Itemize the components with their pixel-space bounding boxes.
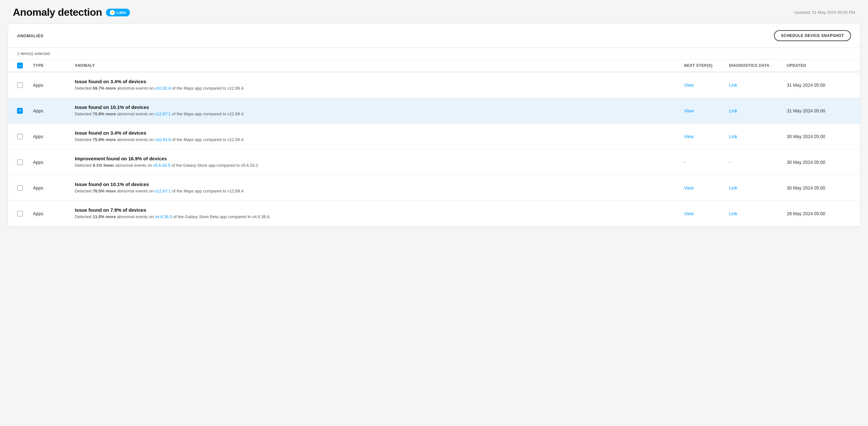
version-link[interactable]: v4.6.36.5	[155, 214, 172, 219]
version-link[interactable]: v12.87.1	[155, 189, 171, 193]
anomaly-cell: Issue found on 10.1% of devicesDetected …	[75, 181, 684, 194]
diagnostics-cell[interactable]: Link	[729, 83, 787, 88]
anomaly-cell: Issue found on 10.1% of devicesDetected …	[75, 105, 684, 117]
anomaly-cell: Issue found on 3.4% of devicesDetected 7…	[75, 130, 684, 143]
type-cell: Apps	[33, 211, 75, 216]
row-checkbox[interactable]	[17, 211, 33, 217]
diagnostics-link[interactable]: Link	[729, 134, 737, 139]
updated-cell: 28 May 2024 05:00	[787, 211, 851, 216]
next-steps-link[interactable]: View	[684, 108, 694, 113]
table-row: AppsIssue found on 10.1% of devicesDetec…	[8, 98, 860, 124]
updated-cell: 30 May 2024 05:00	[787, 160, 851, 165]
diagnostics-cell: -	[729, 160, 787, 165]
title-area: Anomaly detection ⚡ Labs	[13, 6, 130, 18]
version-link[interactable]: v10.91.6	[155, 137, 171, 142]
next-steps-cell[interactable]: View	[684, 83, 729, 88]
diagnostics-link[interactable]: Link	[729, 108, 737, 113]
updated-cell: 30 May 2024 05:00	[787, 134, 851, 139]
type-cell: Apps	[33, 186, 75, 191]
table-header: TYPE ↓↑ ANOMALY NEXT STEP(S) DIAGNOSTICS…	[8, 59, 860, 72]
table-row: AppsIssue found on 3.4% of devicesDetect…	[8, 124, 860, 149]
anomaly-title: Issue found on 3.4% of devices	[75, 79, 684, 84]
anomaly-emphasis: 70.9% more	[93, 112, 116, 116]
next-steps-link[interactable]: View	[684, 134, 694, 139]
type-cell: Apps	[33, 108, 75, 113]
row-checkbox[interactable]	[17, 185, 33, 191]
type-sort-icon: ↓↑	[45, 63, 46, 68]
diagnostics-cell[interactable]: Link	[729, 108, 787, 113]
diagnostics-cell[interactable]: Link	[729, 211, 787, 216]
version-link[interactable]: v5.6.42.5	[153, 163, 170, 168]
col-header-next-steps: NEXT STEP(S)	[684, 63, 729, 68]
anomaly-description: Detected 9.1% fewer abnormal events on v…	[75, 163, 684, 168]
next-steps-cell: -	[684, 160, 729, 165]
schedule-snapshot-button[interactable]: SCHEDULE DEVICE SNAPSHOT	[774, 30, 851, 41]
updated-cell: 31 May 2024 05:00	[787, 83, 851, 88]
anomaly-title: Issue found on 10.1% of devices	[75, 105, 684, 110]
anomaly-emphasis: 9.1% fewer	[93, 163, 114, 168]
selection-info: 1 item(s) selected	[8, 48, 860, 59]
anomaly-cell: Improvement found on 16.9% of devicesDet…	[75, 156, 684, 168]
card-header: ANOMALIES SCHEDULE DEVICE SNAPSHOT	[8, 24, 860, 48]
next-steps-link[interactable]: View	[684, 83, 694, 88]
anomaly-emphasis: 11.0% more	[93, 214, 116, 219]
diagnostics-link[interactable]: Link	[729, 83, 737, 88]
table-row: AppsIssue found on 10.1% of devicesDetec…	[8, 175, 860, 201]
anomaly-title: Improvement found on 16.9% of devices	[75, 156, 684, 161]
anomaly-description: Detected 11.0% more abnormal events on v…	[75, 214, 684, 220]
select-all-checkbox[interactable]	[17, 63, 23, 68]
next-steps-cell[interactable]: View	[684, 108, 729, 113]
anomaly-description: Detected 75.9% more abnormal events on v…	[75, 137, 684, 143]
row-checkbox[interactable]	[17, 134, 33, 139]
main-card: ANOMALIES SCHEDULE DEVICE SNAPSHOT 1 ite…	[8, 24, 860, 227]
row-checkbox[interactable]	[17, 159, 33, 165]
updated-cell: 31 May 2024 05:00	[787, 108, 851, 113]
type-cell: Apps	[33, 134, 75, 139]
anomaly-emphasis: 75.9% more	[93, 137, 116, 142]
table-row: AppsIssue found on 7.9% of devicesDetect…	[8, 201, 860, 227]
row-checkbox[interactable]	[17, 108, 33, 114]
diagnostics-link[interactable]: Link	[729, 211, 737, 216]
table-body: AppsIssue found on 3.4% of devicesDetect…	[8, 72, 860, 227]
anomaly-description: Detected 76.5% more abnormal events on v…	[75, 188, 684, 194]
checkbox-row-6[interactable]	[17, 211, 23, 217]
next-steps-link[interactable]: View	[684, 186, 694, 191]
anomaly-title: Issue found on 7.9% of devices	[75, 207, 684, 213]
col-header-type[interactable]: TYPE ↓↑	[33, 63, 75, 68]
next-steps-link[interactable]: View	[684, 211, 694, 216]
next-steps-cell[interactable]: View	[684, 186, 729, 191]
checkbox-row-1[interactable]	[17, 82, 23, 88]
updated-cell: 30 May 2024 05:00	[787, 186, 851, 191]
diagnostics-cell[interactable]: Link	[729, 186, 787, 191]
col-header-checkbox	[17, 63, 33, 68]
labs-icon: ⚡	[110, 10, 115, 15]
row-checkbox[interactable]	[17, 82, 33, 88]
page-title: Anomaly detection	[13, 6, 102, 18]
col-header-updated: UPDATED	[787, 63, 851, 68]
version-link[interactable]: v12.87.1	[155, 112, 171, 116]
checkbox-row-2[interactable]	[17, 108, 23, 114]
checkbox-row-5[interactable]	[17, 185, 23, 191]
type-cell: Apps	[33, 160, 75, 165]
table-row: AppsImprovement found on 16.9% of device…	[8, 149, 860, 175]
anomaly-emphasis: 69.7% more	[93, 86, 116, 91]
diagnostics-sort-icon: ↓↑	[771, 63, 772, 68]
page-header: Anomaly detection ⚡ Labs Updated: 31 May…	[0, 0, 868, 24]
next-steps-cell[interactable]: View	[684, 134, 729, 139]
version-link[interactable]: v10.91.6	[155, 86, 171, 91]
type-cell: Apps	[33, 83, 75, 88]
table-row: AppsIssue found on 3.4% of devicesDetect…	[8, 72, 860, 98]
anomaly-title: Issue found on 3.4% of devices	[75, 130, 684, 136]
labs-badge: ⚡ Labs	[106, 9, 130, 17]
diagnostics-cell[interactable]: Link	[729, 134, 787, 139]
diagnostics-link[interactable]: Link	[729, 186, 737, 191]
col-header-anomaly: ANOMALY	[75, 63, 684, 68]
next-steps-cell[interactable]: View	[684, 211, 729, 216]
checkbox-row-3[interactable]	[17, 134, 23, 139]
checkbox-row-4[interactable]	[17, 159, 23, 165]
anomaly-title: Issue found on 10.1% of devices	[75, 181, 684, 187]
col-header-diagnostics[interactable]: DIAGNOSTICS DATA ↓↑	[729, 63, 787, 68]
anomaly-description: Detected 69.7% more abnormal events on v…	[75, 85, 684, 91]
labs-label: Labs	[117, 10, 126, 15]
anomaly-cell: Issue found on 7.9% of devicesDetected 1…	[75, 207, 684, 220]
